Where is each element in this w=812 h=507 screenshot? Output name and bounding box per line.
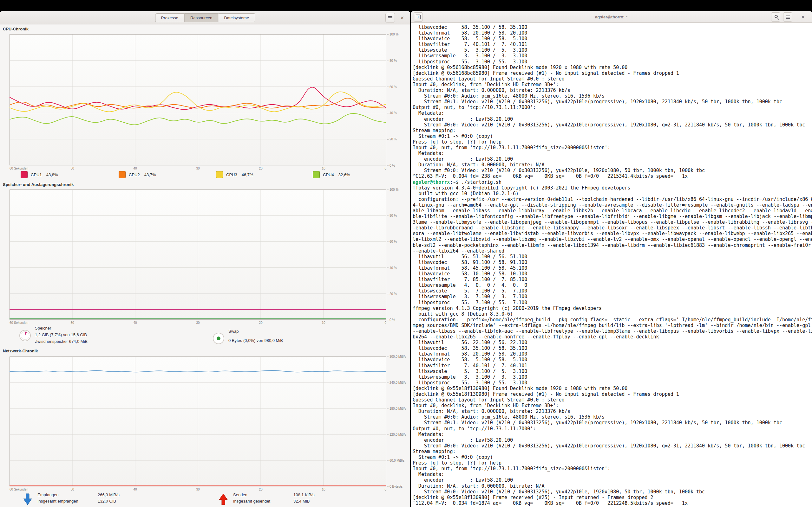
terminal-line: libpostproc 55. 3.100 / 55. 3.100 [413, 59, 811, 65]
terminal-close-button[interactable]: ✕ [798, 12, 808, 21]
memory-x-axis-labels: 60 Sekunden50403020100 [9, 321, 386, 325]
cpu-section-title: CPU-Chronik [3, 26, 29, 32]
rx-total-row: Insgesamt empfangen 132,0 GiB [38, 499, 119, 504]
terminal-line: libswscale 5. 3.100 / 5. 3.100 [413, 369, 811, 374]
terminal-line: libavdevice 58. 5.100 / 58. 5.100 [413, 36, 811, 42]
terminal-line: Stream #0:1 -> #0:0 (copy) [413, 133, 811, 139]
terminal-line: Duration: N/A, start: 0.000000, bitrate:… [413, 408, 811, 414]
terminal-line: libavcodec 58. 35.100 / 58. 35.100 [413, 345, 811, 351]
y-axis-label: 100 % [387, 188, 398, 191]
y-axis-label: 300,0 MiB/s [387, 355, 406, 358]
monitor-close-button[interactable]: ✕ [397, 13, 407, 22]
cpu3-label: CPU3 [226, 172, 237, 177]
cpu1-swatch [20, 171, 28, 178]
x-axis-label: 10 [322, 167, 325, 170]
terminal-line: libpostproc 55. 7.100 / 55. 7.100 [413, 300, 811, 305]
y-axis-label: 120,0 MiB/s [387, 433, 406, 436]
memory-label: Speicher [35, 326, 88, 331]
terminal-line: --enable-libx264 --enable-shared [413, 248, 811, 254]
terminal-line: encoder : Lavf58.20.100 [413, 156, 811, 162]
cpu3-legend-item: CPU3 46,7% [216, 171, 253, 178]
terminal-line: ^C12.63 M-V: 0.004 fd= 238 aq= 0KB vq= 0… [413, 173, 811, 179]
memory-pie-icon [18, 329, 32, 342]
terminal-search-button[interactable] [771, 12, 780, 21]
terminal-line: libavfilter 7. 40.101 / 7. 40.101 [413, 42, 811, 47]
cpu2-swatch [119, 171, 125, 178]
cpu1-legend-item: CPU1 43,8% [20, 171, 58, 178]
x-axis-label: 40 [133, 321, 137, 325]
terminal-line: Input #0, nut, from 'tcp://10.73.1.11:70… [413, 145, 811, 151]
tx-total: 32,4 MiB [293, 499, 310, 504]
y-axis-label: 0 % [387, 318, 395, 322]
swap-pie-icon [212, 332, 225, 345]
cpu4-value: 32,6% [339, 172, 350, 177]
terminal-line: libavfilter 7. 40.101 / 7. 40.101 [413, 363, 811, 369]
tx-rate-row: Senden 108,1 KiB/s [233, 493, 315, 497]
rx-total: 132,0 GiB [98, 499, 116, 504]
cpu4-legend-item: CPU4 32,6% [313, 171, 350, 178]
x-axis-label: 10 [322, 321, 325, 325]
terminal-line: ffmpeg version 4.1.3 Copyright (c) 2000-… [413, 305, 811, 311]
terminal-line: libswscale 5. 3.100 / 5. 3.100 [413, 47, 811, 53]
tab-prozesse[interactable]: Prozesse [155, 13, 184, 22]
x-axis-label: 20 [259, 488, 262, 491]
terminal-headerbar: agsler@thorrx: ~ ✕ [411, 11, 812, 23]
upload-arrow-icon [218, 493, 228, 506]
y-axis-label: 20 % [387, 292, 397, 295]
x-axis-label: 20 [259, 167, 262, 170]
cpu3-value: 46,7% [242, 172, 253, 177]
terminal-line: Metadata: [413, 432, 811, 437]
y-axis-label: 180,0 MiB/s [387, 407, 406, 410]
terminal-line: [decklink @ 0x56168bc85980] Frame receiv… [413, 70, 811, 76]
terminal-line: Stream #0:0: Video: v210 (V210 / 0x30313… [413, 168, 811, 173]
x-axis-label: 60 Sekunden [9, 167, 28, 170]
y-axis-label: 40 % [387, 111, 397, 115]
terminal-line: Stream mapping: [413, 449, 811, 454]
terminal-line: Duration: N/A, start: 0.000000, bitrate:… [413, 162, 811, 168]
monitor-menu-button[interactable] [386, 13, 395, 22]
y-axis-label: 100 % [387, 33, 398, 36]
cpu4-swatch [313, 171, 320, 178]
y-axis-label: 20 % [387, 137, 397, 141]
tab-ressourcen[interactable]: Ressourcen [184, 13, 218, 22]
terminal-output[interactable]: libavcodec 58. 35.100 / 58. 35.100 libav… [411, 23, 812, 507]
x-axis-label: 0 [385, 488, 386, 491]
tab-dateisysteme[interactable]: Dateisysteme [218, 13, 255, 22]
network-x-axis-labels: 60 Sekunden50403020100 [9, 488, 386, 492]
rx-rate: 266,3 MiB/s [98, 493, 119, 497]
system-monitor-window: Prozesse Ressourcen Dateisysteme ✕ CPU-C… [0, 11, 410, 507]
x-axis-label: 10 [322, 488, 325, 491]
terminal-line: le-libxml2 --enable-libxvid --enable-lib… [413, 236, 811, 242]
rx-rate-row: Empfangen 266,3 MiB/s [38, 493, 119, 497]
terminal-line: libavfilter 7. 85.100 / 7. 85.100 [413, 277, 811, 282]
terminal-line: built with gcc 10 (Debian 10.2.1-6) [413, 191, 811, 196]
x-axis-label: 30 [196, 321, 200, 325]
search-icon [774, 15, 778, 18]
terminal-line: Stream #0:0: Video: v210 (V210 / 0x30313… [413, 489, 811, 495]
terminal-line: Input #0, nut, from 'tcp://10.73.1.11:70… [413, 466, 811, 471]
monitor-headerbar: Prozesse Ressourcen Dateisysteme ✕ [0, 11, 410, 24]
network-y-axis-labels: 300,0 MiB/s240,0 MiB/s180,0 MiB/s120,0 M… [387, 356, 409, 487]
terminal-line: Output #0, nut, to 'tcp://10.73.1.11:700… [413, 426, 811, 432]
terminal-line: eora --enable-libtwolame --enable-libvid… [413, 231, 811, 236]
terminal-line: libavcodec 58. 91.100 / 58. 91.100 [413, 260, 811, 265]
cpu-x-axis-labels: 60 Sekunden50403020100 [9, 167, 386, 171]
x-axis-label: 40 [133, 167, 137, 170]
download-arrow-icon [23, 493, 32, 506]
terminal-line: [decklink @ 0x56168bc85980] Found Deckli… [413, 65, 811, 70]
monitor-view-switcher: Prozesse Ressourcen Dateisysteme [155, 13, 255, 22]
y-axis-label: 240,0 MiB/s [387, 381, 406, 384]
terminal-line: Metadata: [413, 471, 811, 477]
y-axis-label: 60 % [387, 240, 397, 243]
terminal-line: Stream #0:1: Video: v210 (V210 / 0x30313… [413, 420, 811, 426]
cpu3-swatch [216, 171, 223, 178]
x-axis-label: 0 [385, 321, 386, 325]
terminal-line: ble-libflite --enable-libfontconfig --en… [413, 214, 811, 219]
terminal-line: [decklink @ 0x55e18f130980] Frame receiv… [413, 391, 811, 397]
y-axis-label: 0 % [387, 164, 395, 167]
terminal-line: able-libaom --enable-libass --enable-lib… [413, 208, 811, 214]
terminal-menu-button[interactable] [783, 12, 792, 21]
y-axis-label: 60,0 MiB/s [387, 459, 404, 462]
terminal-line: agsler@thorrx:~$ ./startorig.sh [413, 179, 811, 185]
tx-rate: 108,1 KiB/s [293, 493, 315, 497]
